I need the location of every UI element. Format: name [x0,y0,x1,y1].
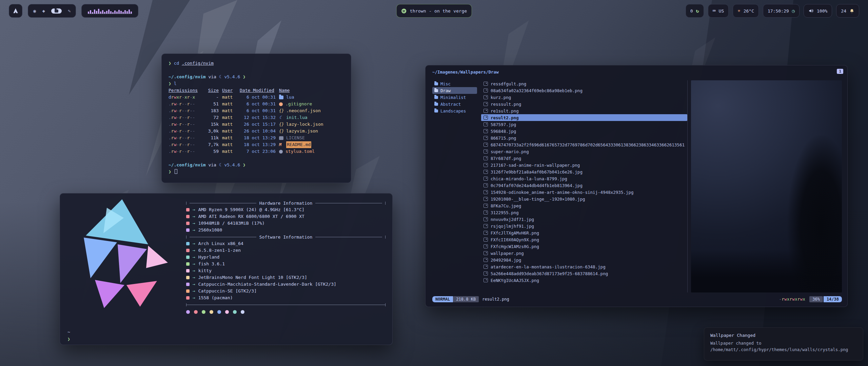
info-row: →Hyprland [186,254,386,261]
file-row[interactable]: FXfcII0X0AQyn9X.png [481,236,687,243]
file-name: 19201080-__blue-tinge__-1920×1080.jpg [491,197,585,202]
weather-module[interactable]: ☀ 26°C [733,4,759,18]
file-row[interactable]: EeNKYgIUcAAJ5JX.png [481,277,687,284]
arrow-icon: → [193,294,195,301]
file-row[interactable]: 3122955.png [481,209,687,216]
file-row[interactable]: 87r687df.png [481,155,687,162]
sidebar-folder[interactable]: Minimalist [432,94,477,101]
sidebar-folder[interactable]: Misc [432,80,477,87]
cursor-line[interactable]: ❯ [169,168,344,175]
file-row[interactable]: kurz.png [481,94,687,101]
file-row[interactable]: 866715.png [481,135,687,141]
folder-icon [434,109,438,113]
file-row[interactable]: wallpaper.png [481,250,687,257]
file-row[interactable]: 20492984.jpg [481,257,687,263]
file-row[interactable]: FXfcHgcWIAMzs0G.png [481,243,687,250]
command-line: ❯ l [169,80,344,87]
image-file-icon [484,177,488,181]
file-row[interactable]: 68747470733a2f2f696d616765732d7769786d70… [481,141,687,148]
file-row[interactable]: FXfcJlTXgAMvH6R.png [481,229,687,236]
image-file-icon [484,238,488,242]
date-cell: 6 oct 00:31 [240,107,276,114]
file-name: 08a634fa02a32364f69ebc86a98eb1eb.png [491,88,583,93]
shell-prompt[interactable]: ~ ❯ [67,328,70,343]
palette-dot [225,310,229,314]
arrow-icon: → [193,247,195,254]
column-header: User [222,87,236,94]
file-row[interactable]: nnvuv0xj2df71.jpg [481,216,687,223]
notification-popup[interactable]: Wallpaper Changed Wallpaper changed to /… [704,327,863,361]
permissions-cell: .rw-r--r-- [169,114,200,121]
date-cell: 26 oct 10:04 [240,128,276,135]
image-file-icon [484,122,488,126]
notifications-module[interactable]: 24 [836,4,859,18]
file-row[interactable]: super-mario.png [481,148,687,155]
file-row[interactable]: result2.png [481,114,687,121]
folder-icon [434,82,438,85]
file-row[interactable]: 0c794faf07de24a4db4d4fb1eb813964.jpg [481,182,687,189]
file-row[interactable]: ressdfgult.png [481,80,687,87]
media-player-module[interactable]: thrown - on the verge [396,4,472,18]
file-row[interactable]: 587597.jpg [481,121,687,128]
info-row: →AMD ATI Radeon RX 6800/6800 XT / 6900 X… [186,213,386,220]
file-row[interactable]: 19201080-__blue-tinge__-1920×1080.jpg [481,196,687,202]
info-icon [186,296,190,300]
spotify-icon [401,8,407,14]
permissions-cell: .rw-r--r-- [169,135,200,141]
file-row[interactable]: chica-mirando-la-luna-8799.jpg [481,175,687,182]
file-row[interactable]: 8FKa7Cu.jpeg [481,202,687,209]
image-file-icon [484,163,488,167]
keyboard-layout-module[interactable]: ⌨ US [708,4,729,18]
column-header: Permissions [169,87,200,94]
info-icon [186,283,190,286]
workspace-chat[interactable]: ◆ [42,8,45,13]
file-row[interactable]: 596848.jpg [481,128,687,135]
software-section-header: Software Information [186,233,386,240]
info-row: →kitty [186,267,386,274]
clock-module[interactable]: 17:50:29 ◷ [763,4,800,18]
file-row[interactable]: rsjqojlmjhf91.jpg [481,223,687,229]
sidebar-folder[interactable]: Abstract [432,101,477,107]
speaker-icon [808,8,814,14]
image-file-icon [484,204,488,208]
file-row[interactable]: 154928-odinokoe_anime-art-anime-okno-sin… [481,189,687,196]
file-name: 68747470733a2f2f696d616765732d7769786d70… [491,142,685,147]
file-row[interactable]: 217167-sad-anime-rain-wallpaper.png [481,162,687,168]
tab-indicator[interactable]: 1 [837,69,843,74]
notification-count: 24 [841,8,846,14]
sidebar-folder[interactable]: Draw [432,87,477,94]
file-row[interactable]: 08a634fa02a32364f69ebc86a98eb1eb.png [481,87,687,94]
palette-dot [202,310,205,314]
app-launcher-button[interactable] [9,4,22,18]
palette-dot [194,310,198,314]
lua-icon: ☾ [219,162,222,167]
file-row[interactable]: resssult.png [481,101,687,107]
file-listing-row: .rw-r--r-- 3,0k matt 26 oct 10:04 lazyvi… [169,128,344,135]
file-type-icon [279,96,283,99]
audio-visualizer-module[interactable] [81,4,138,18]
workspace-browser[interactable]: ◉ [33,8,36,13]
arrow-icon: → [193,206,195,213]
workspace-files-active[interactable] [51,8,62,14]
volume-module[interactable]: 100% [804,4,832,18]
file-row[interactable]: 3126f7e9bbf21a8a4af0b67b041c6e26.jpg [481,168,687,175]
info-icon [186,262,190,266]
info-row: →JetBrainsMono Nerd Font Light 10 [GTK2/… [186,274,386,281]
workspace-edit[interactable]: ✎ [68,8,71,13]
image-file-icon [484,190,488,194]
updates-module[interactable]: 0 ↻ [686,4,704,18]
info-icon [186,289,190,293]
file-name: rsjqojlmjhf91.jpg [491,224,534,229]
file-name: FXfcJlTXgAMvH6R.png [491,230,539,236]
permissions-cell: drwxr-xr-x [169,94,200,101]
file-row[interactable]: atardecer-en-la-montanas-ilustracion-634… [481,263,687,270]
info-value: Catppuccin-SE [GTK2/3] [198,288,257,294]
arrow-icon: → [193,281,195,288]
clock-label: 17:50:29 [768,8,789,14]
file-row[interactable]: re1sult.png [481,107,687,114]
file-name: EeNKYgIUcAAJ5JX.png [491,278,539,283]
file-row[interactable]: 5a266e448add93deab367d87173e9f25-6837886… [481,270,687,277]
info-value: AMD ATI Radeon RX 6800/6800 XT / 6900 XT [198,213,304,220]
sidebar-folder[interactable]: Landscapes [432,107,477,114]
file-name: 87r687df.png [491,156,521,161]
